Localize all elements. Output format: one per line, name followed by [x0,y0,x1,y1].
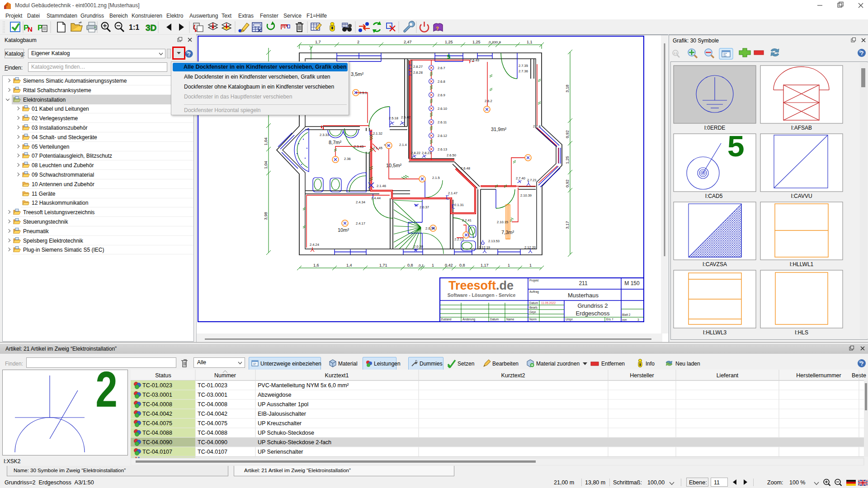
svg-text:0,92: 0,92 [565,179,570,188]
svg-text:2.1.47: 2.1.47 [448,191,458,195]
svg-text:8,7m²: 8,7m² [329,140,341,145]
svg-text:Kurztext2: Kurztext2 [501,372,525,379]
svg-text:2.6.7: 2.6.7 [438,66,445,70]
svg-text:PVC-Mantelleitung NYM 5x 6,0 m: PVC-Mantelleitung NYM 5x 6,0 mm² [258,382,349,389]
svg-text:2.8.28: 2.8.28 [413,70,423,75]
svg-text:TC-04.0008: TC-04.0008 [198,401,227,408]
svg-text:7,3m²: 7,3m² [501,230,514,235]
svg-text:I:AFSAB: I:AFSAB [791,125,812,131]
svg-text:2.0.37: 2.0.37 [420,205,429,209]
svg-text:2.3.33: 2.3.33 [320,133,329,137]
svg-text:3,5m²: 3,5m² [351,71,363,77]
svg-text:1:1: 1:1 [129,23,139,31]
svg-text:UP Kreuzschalter: UP Kreuzschalter [258,420,302,427]
svg-text:TC-04.0090: TC-04.0090 [142,439,172,446]
svg-text:TC-04.0090: TC-04.0090 [198,439,227,446]
svg-text:Bearb.: Bearb. [529,306,538,309]
svg-text:TC-04.0088: TC-04.0088 [198,430,227,436]
svg-text:UP Serienschalter: UP Serienschalter [258,449,303,455]
svg-text:1,7: 1,7 [315,40,321,44]
svg-text:2.6.13: 2.6.13 [438,147,447,151]
svg-text:1,1: 1,1 [527,40,533,44]
svg-text:0,42: 0,42 [445,263,453,267]
svg-text:,0,330,9: ,0,330,9 [488,40,501,44]
svg-text:TC-04.0042: TC-04.0042 [198,411,227,417]
svg-text:10,5m²: 10,5m² [386,163,402,168]
svg-text:2.0.14: 2.0.14 [425,226,435,230]
svg-text:×→: ×→ [384,143,389,146]
svg-text:2.4.34: 2.4.34 [356,200,365,204]
svg-text:Status: Status [155,372,171,379]
svg-text:0,92: 0,92 [565,130,570,138]
svg-text:Musterhaus: Musterhaus [568,292,599,299]
svg-text:1: 1 [432,263,434,267]
svg-text:2.4.24: 2.4.24 [310,243,319,247]
svg-text:3,98: 3,98 [264,212,268,220]
svg-text:TC-04.0088: TC-04.0088 [142,430,172,436]
svg-text:2.7.21: 2.7.21 [527,178,537,182]
svg-text:1,25: 1,25 [565,156,570,164]
svg-text:2.1.46: 2.1.46 [377,184,386,188]
svg-text:TC-01.0023: TC-01.0023 [142,382,172,389]
svg-text:1,4: 1,4 [346,263,352,267]
svg-text:1,17: 1,17 [481,263,489,267]
svg-text:2.6.10: 2.6.10 [438,107,447,111]
svg-text:3,18: 3,18 [565,84,570,93]
svg-text:2.10.39: 2.10.39 [520,193,532,197]
svg-text:Erdgeschoss: Erdgeschoss [576,310,610,317]
svg-text:1:1: 1:1 [674,52,678,55]
svg-text:von: von [622,318,627,321]
svg-text:I:CAVZSA: I:CAVZSA [703,261,727,267]
svg-text:Software - Lösungen - Service: Software - Lösungen - Service [448,292,516,298]
svg-text:M 150: M 150 [624,280,640,286]
svg-text:,0,1: ,0,1 [418,263,424,267]
svg-text:Ers. f: Ers. f [606,318,613,321]
svg-text:1,71: 1,71 [379,263,387,267]
svg-text:2.2.13: 2.2.13 [454,237,464,241]
svg-text:2.13.53: 2.13.53 [488,239,500,243]
svg-text:TC-03.0001: TC-03.0001 [198,392,227,398]
svg-text:2.7.36: 2.7.36 [519,69,528,73]
svg-text:Lieferant: Lieferant [717,372,739,379]
svg-text:0,8: 0,8 [459,263,465,267]
svg-text:2.8.27: 2.8.27 [413,65,423,69]
svg-text:2.6.49: 2.6.49 [470,58,479,62]
svg-text:I:HLLWL3: I:HLLWL3 [703,329,727,336]
svg-text:1: 1 [508,263,510,267]
svg-text:2,47: 2,47 [404,40,412,44]
svg-text:2.6.50: 2.6.50 [447,153,456,157]
svg-text:3D: 3D [146,23,156,33]
svg-text:Abzweigdose: Abzweigdose [258,392,291,398]
svg-text:I:0ERDE: I:0ERDE [704,125,726,131]
svg-text:Zustand: Zustand [441,318,452,321]
svg-text:TC-01.0023: TC-01.0023 [198,382,227,389]
svg-text:2.4.17: 2.4.17 [356,221,365,225]
svg-text:2.1.45: 2.1.45 [373,146,382,150]
svg-text:31,9m²: 31,9m² [491,127,507,132]
svg-text:2.5.1: 2.5.1 [359,91,367,95]
svg-text:2.36: 2.36 [344,157,351,161]
svg-text:2.7.3: 2.7.3 [533,124,541,128]
svg-text:Änderung: Änderung [462,318,476,321]
svg-text:2.1.5: 2.1.5 [432,176,440,180]
svg-text:Kurztext1: Kurztext1 [325,372,349,379]
svg-text:TC-04.0075: TC-04.0075 [142,420,172,427]
svg-text:2.6.9: 2.6.9 [438,93,445,97]
svg-text:Projekt: Projekt [529,279,538,282]
svg-text:TC-04.0008: TC-04.0008 [142,401,172,408]
svg-text:2.10.15: 2.10.15 [497,220,508,224]
svg-text:I:HLS: I:HLS [795,329,808,336]
svg-text:?: ? [860,360,864,367]
svg-text:UP Schuko-Steckdose: UP Schuko-Steckdose [258,430,314,436]
svg-text:1,04: 1,04 [264,137,268,145]
svg-text:Gepr.: Gepr. [529,310,537,314]
svg-text:I:CAVVU: I:CAVVU [791,193,812,199]
svg-text:EIB-Jalousischalter: EIB-Jalousischalter [258,411,306,417]
svg-text:11.05.2022: 11.05.2022 [541,301,556,305]
svg-text:Datum: Datum [529,301,538,305]
svg-text:2.8.22: 2.8.22 [411,151,420,155]
svg-text:5: 5 [447,53,450,60]
svg-text:2.6.12: 2.6.12 [438,134,447,138]
svg-text:2.1.31: 2.1.31 [454,203,464,207]
svg-text:2.4.44: 2.4.44 [371,196,381,200]
